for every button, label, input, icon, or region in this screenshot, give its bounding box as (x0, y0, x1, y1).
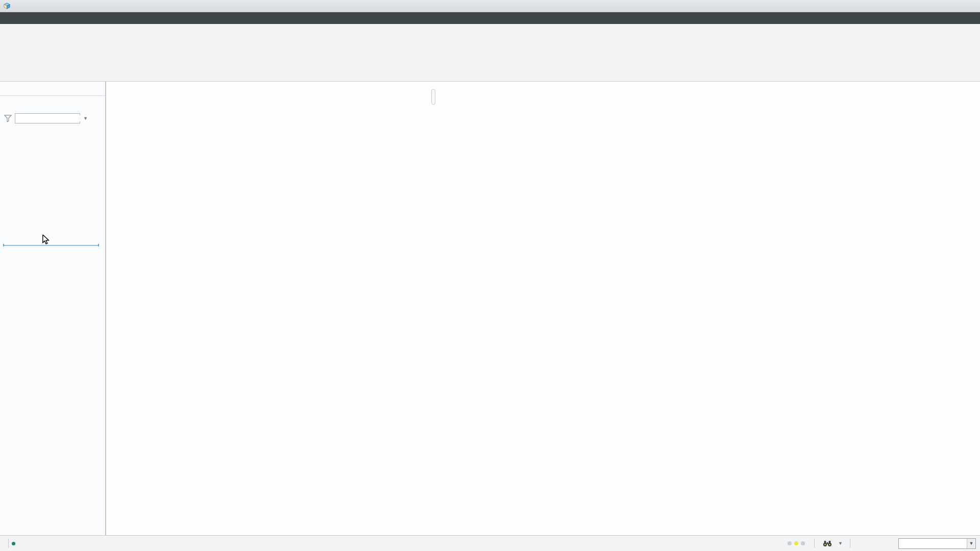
app-logo (0, 2, 18, 10)
title-bar (0, 0, 980, 12)
status-message-wrap (12, 542, 19, 545)
tree-search-dropdown-icon[interactable]: ▼ (82, 116, 89, 121)
status-dot-icon (12, 542, 15, 545)
mouse-cursor (42, 235, 51, 245)
status-bar: ▼ ▼ (0, 535, 980, 551)
tree-search-input[interactable] (15, 115, 91, 121)
find-dropdown-icon[interactable]: ▼ (838, 541, 843, 546)
filter-funnel-icon[interactable] (2, 113, 13, 124)
model-tree-panel: ▼ (0, 82, 105, 535)
ribbon-tab-bar (0, 12, 980, 24)
selection-filter-combobox[interactable]: ▼ (898, 538, 976, 549)
creo-logo-icon (3, 2, 11, 10)
selection-filter-dropdown-icon[interactable]: ▼ (967, 539, 975, 548)
ribbon (0, 24, 980, 82)
activity-indicator (786, 541, 807, 545)
in-graphics-toolbar (431, 89, 435, 105)
tree-search-input-wrap (15, 113, 80, 123)
graphics-area[interactable] (106, 82, 980, 535)
binoculars-icon[interactable] (822, 538, 833, 549)
3d-model-view (106, 82, 980, 535)
tree-horizontal-scrollbar[interactable] (3, 244, 99, 246)
